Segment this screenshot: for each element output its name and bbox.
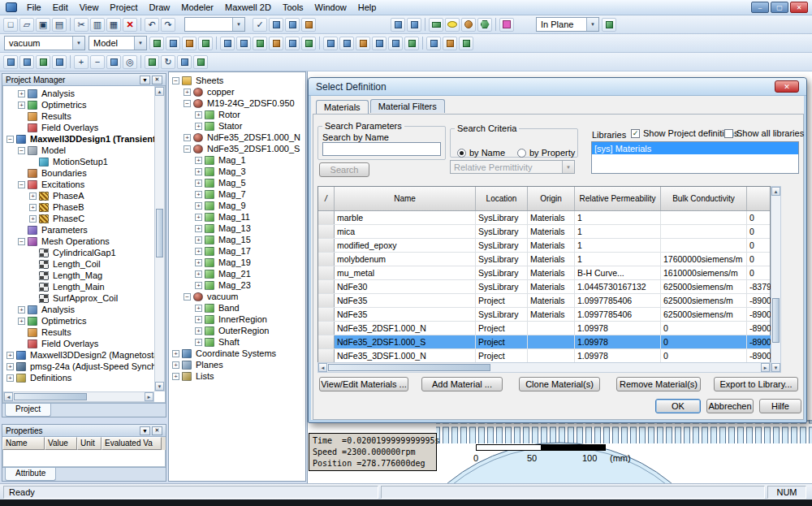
expand-icon[interactable]: + (195, 316, 202, 323)
undo-icon[interactable]: ↶ (145, 18, 159, 32)
draw-circle-icon[interactable] (461, 18, 476, 32)
zoom-out-icon[interactable]: − (90, 55, 105, 69)
project-item-phaseb[interactable]: +PhaseB (3, 201, 154, 213)
minimize-icon[interactable]: – (751, 2, 769, 13)
modeler-item-outerregion[interactable]: +OuterRegion (169, 325, 305, 336)
project-item-model[interactable]: −Model (3, 145, 154, 156)
quick-search-combobox[interactable]: ▼ (184, 17, 245, 32)
menu-tools[interactable]: Tools (277, 1, 309, 14)
radio-selected-icon[interactable] (457, 149, 466, 158)
expand-icon[interactable]: + (195, 214, 202, 221)
properties-column-evaluated-va[interactable]: Evaluated Va (102, 437, 162, 450)
modeler-item-m19-24g-2dsf0-950[interactable]: −M19-24G_2DSF0.950 (169, 97, 305, 109)
pin-icon[interactable]: ▼ (140, 76, 150, 84)
distribute-v-icon[interactable] (285, 37, 300, 50)
cs-create-icon[interactable] (426, 37, 441, 50)
pin-icon[interactable]: ▼ (140, 426, 150, 435)
row-selector[interactable] (318, 225, 335, 238)
menu-file[interactable]: File (21, 1, 47, 14)
expand-icon[interactable]: + (6, 352, 14, 359)
chevron-down-icon[interactable]: ▼ (134, 37, 146, 50)
row-selector[interactable] (318, 280, 335, 293)
expand-icon[interactable]: + (195, 111, 202, 119)
draw-regular-polygon-icon[interactable] (477, 18, 492, 32)
modeler-item-shaft[interactable]: +Shaft (169, 336, 305, 348)
collapse-icon[interactable]: − (18, 147, 25, 154)
menu-window[interactable]: Window (309, 1, 352, 14)
collapse-icon[interactable]: − (172, 77, 179, 84)
scroll-left-icon[interactable]: ◄ (318, 363, 327, 372)
expand-icon[interactable]: + (195, 202, 202, 210)
modeler-item-mag-17[interactable]: +Mag_17 (169, 245, 305, 257)
scroll-thumb[interactable] (156, 209, 163, 257)
draw-ellipse-icon[interactable] (445, 18, 460, 32)
expand-icon[interactable]: + (195, 270, 202, 278)
select-edge-icon[interactable] (36, 55, 50, 69)
distribute-h-icon[interactable] (269, 37, 283, 50)
maximize-icon[interactable]: ▢ (771, 2, 788, 13)
close-panel-icon[interactable]: ✕ (152, 76, 162, 84)
collapse-icon[interactable]: − (184, 100, 191, 107)
chevron-down-icon[interactable]: ▼ (586, 18, 598, 31)
draw-rectangle-icon[interactable] (429, 18, 443, 32)
expand-icon[interactable]: + (195, 236, 202, 244)
menu-project[interactable]: Project (104, 1, 143, 14)
project-item-definitions[interactable]: +Definitions (3, 372, 154, 383)
rotate-icon[interactable] (166, 37, 180, 50)
show-all-libraries-checkbox[interactable]: Show all libraries (724, 128, 804, 138)
dialog-title-bar[interactable]: Select Definition ✕ (309, 78, 806, 96)
column-header-bulk-conductivity[interactable]: Bulk Conductivity (661, 187, 747, 210)
close-panel-icon[interactable]: ✕ (152, 426, 162, 435)
save-icon[interactable]: ▣ (36, 18, 50, 32)
project-item-field-overlays[interactable]: Field Overlays (3, 122, 154, 133)
modeler-item-copper[interactable]: +copper (169, 86, 305, 97)
grid-plane-icon[interactable] (602, 18, 616, 32)
redo-icon[interactable]: ↷ (161, 18, 175, 32)
modeler-item-rotor[interactable]: +Rotor (169, 109, 305, 120)
modeler-item-mag-9[interactable]: +Mag_9 (169, 200, 305, 211)
modeler-item-innerregion[interactable]: +InnerRegion (169, 314, 305, 325)
drawing-plane-combobox[interactable]: In Plane▼ (536, 17, 599, 32)
cut-icon[interactable]: ✂ (74, 18, 89, 32)
properties-column-unit[interactable]: Unit (77, 437, 102, 450)
modeler-item-coordinate-systems[interactable]: +Coordinate Systems (169, 348, 305, 359)
project-item-analysis[interactable]: +Analysis (3, 304, 154, 315)
dialog-close-icon[interactable]: ✕ (775, 80, 799, 93)
modeler-item-band[interactable]: +Band (169, 302, 305, 314)
material-row-molybdenum[interactable]: molybdenumSysLibraryMaterials117600000si… (318, 253, 770, 266)
column-header-item[interactable]: / (318, 187, 335, 210)
tab-attribute[interactable]: Attribute (5, 468, 56, 481)
expand-icon[interactable]: + (18, 102, 25, 109)
snap-mode-icon[interactable] (301, 37, 316, 50)
project-item-motionsetup1[interactable]: MotionSetup1 (3, 156, 154, 167)
properties-column-value[interactable]: Value (45, 437, 77, 450)
material-row-mica[interactable]: micaSysLibraryMaterials10 (318, 225, 770, 239)
chevron-down-icon[interactable]: ▼ (562, 161, 574, 173)
material-row-ndfe35[interactable]: NdFe35ProjectMaterials1.0997785406625000… (318, 294, 770, 308)
scroll-down-icon[interactable]: ▼ (155, 382, 164, 391)
library-item[interactable]: [sys] Materials (592, 142, 798, 154)
row-selector[interactable] (318, 239, 335, 252)
unite-icon[interactable] (323, 37, 338, 50)
expand-icon[interactable]: + (195, 225, 202, 232)
material-row-modified-epoxy[interactable]: modified_epoxySysLibraryMaterials10 (318, 239, 770, 253)
revolve-icon[interactable] (404, 37, 419, 50)
scroll-left-icon[interactable]: ◄ (4, 392, 13, 401)
project-item-maxwell3ddesign1-transient[interactable]: −Maxwell3DDesign1 (Transient) (3, 133, 154, 145)
sweep-path-icon[interactable] (388, 37, 403, 50)
analyze-all-icon[interactable] (269, 18, 283, 32)
expand-icon[interactable]: + (184, 134, 191, 141)
delete-icon[interactable]: ✕ (123, 18, 137, 32)
by-name-radio[interactable]: by Name (457, 148, 505, 158)
expand-icon[interactable]: + (195, 305, 202, 312)
scroll-right-icon[interactable]: ► (145, 392, 153, 401)
modeler-item-mag-15[interactable]: +Mag_15 (169, 234, 305, 245)
properties-column-name[interactable]: Name (2, 437, 45, 450)
modeler-item-mag-13[interactable]: +Mag_13 (169, 223, 305, 234)
expand-icon[interactable]: + (6, 363, 14, 370)
expand-icon[interactable]: + (29, 204, 37, 211)
modeler-item-mag-11[interactable]: +Mag_11 (169, 211, 305, 223)
column-header-name[interactable]: Name (335, 187, 476, 210)
project-item-optimetrics[interactable]: +Optimetrics (3, 99, 154, 110)
view-mode-combobox[interactable]: Model▼ (89, 36, 147, 50)
